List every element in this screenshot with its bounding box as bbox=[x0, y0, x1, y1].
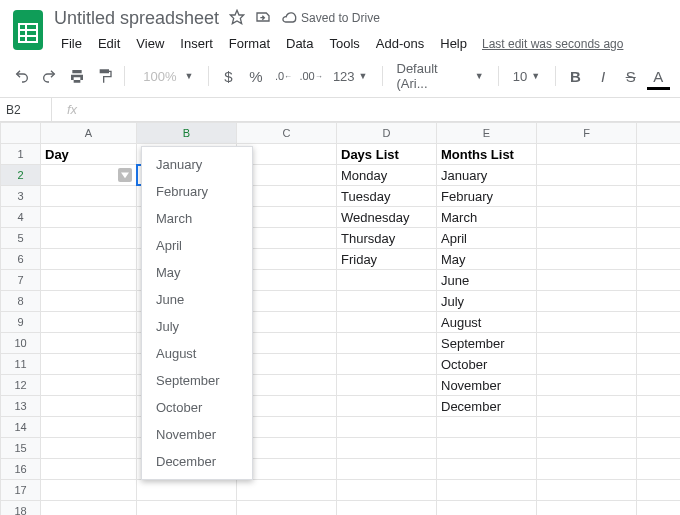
cell-B18[interactable] bbox=[137, 501, 237, 516]
cell-D6[interactable]: Friday bbox=[337, 249, 437, 270]
cell-E7[interactable]: June bbox=[437, 270, 537, 291]
dropdown-item[interactable]: November bbox=[142, 421, 252, 448]
cell-D18[interactable] bbox=[337, 501, 437, 516]
dropdown-item[interactable]: December bbox=[142, 448, 252, 475]
redo-button[interactable] bbox=[38, 64, 62, 88]
row-header-15[interactable]: 15 bbox=[1, 438, 41, 459]
cell-F8[interactable] bbox=[537, 291, 637, 312]
more-formats-combo[interactable]: 123▼ bbox=[327, 69, 374, 84]
cell-G2[interactable] bbox=[637, 165, 681, 186]
cloud-saved[interactable]: Saved to Drive bbox=[281, 10, 380, 26]
row-header-13[interactable]: 13 bbox=[1, 396, 41, 417]
cell-G12[interactable] bbox=[637, 375, 681, 396]
data-validation-arrow-icon[interactable] bbox=[118, 168, 132, 182]
cell-D4[interactable]: Wednesday bbox=[337, 207, 437, 228]
row-header-17[interactable]: 17 bbox=[1, 480, 41, 501]
cell-G7[interactable] bbox=[637, 270, 681, 291]
row-header-11[interactable]: 11 bbox=[1, 354, 41, 375]
row-header-5[interactable]: 5 bbox=[1, 228, 41, 249]
cell-G13[interactable] bbox=[637, 396, 681, 417]
row-header-10[interactable]: 10 bbox=[1, 333, 41, 354]
cell-E15[interactable] bbox=[437, 438, 537, 459]
cell-E13[interactable]: December bbox=[437, 396, 537, 417]
dropdown-item[interactable]: May bbox=[142, 259, 252, 286]
cell-A11[interactable] bbox=[41, 354, 137, 375]
menu-tools[interactable]: Tools bbox=[322, 32, 366, 55]
row-header-16[interactable]: 16 bbox=[1, 459, 41, 480]
cell-G5[interactable] bbox=[637, 228, 681, 249]
cell-F5[interactable] bbox=[537, 228, 637, 249]
row-header-9[interactable]: 9 bbox=[1, 312, 41, 333]
cell-A9[interactable] bbox=[41, 312, 137, 333]
cell-F17[interactable] bbox=[537, 480, 637, 501]
format-currency-button[interactable]: $ bbox=[217, 64, 241, 88]
cell-A17[interactable] bbox=[41, 480, 137, 501]
cell-G17[interactable] bbox=[637, 480, 681, 501]
cell-E12[interactable]: November bbox=[437, 375, 537, 396]
cell-F14[interactable] bbox=[537, 417, 637, 438]
cell-E3[interactable]: February bbox=[437, 186, 537, 207]
menu-view[interactable]: View bbox=[129, 32, 171, 55]
font-size-combo[interactable]: 10▼ bbox=[507, 69, 547, 84]
col-header-E[interactable]: E bbox=[437, 123, 537, 144]
cell-F1[interactable] bbox=[537, 144, 637, 165]
col-header-B[interactable]: B bbox=[137, 123, 237, 144]
cell-E11[interactable]: October bbox=[437, 354, 537, 375]
data-validation-dropdown[interactable]: JanuaryFebruaryMarchAprilMayJuneJulyAugu… bbox=[141, 146, 253, 480]
cell-A5[interactable] bbox=[41, 228, 137, 249]
cell-F6[interactable] bbox=[537, 249, 637, 270]
cell-E9[interactable]: August bbox=[437, 312, 537, 333]
cell-F11[interactable] bbox=[537, 354, 637, 375]
dropdown-item[interactable]: April bbox=[142, 232, 252, 259]
cell-D17[interactable] bbox=[337, 480, 437, 501]
cell-A7[interactable] bbox=[41, 270, 137, 291]
col-header-A[interactable]: A bbox=[41, 123, 137, 144]
cell-G1[interactable] bbox=[637, 144, 681, 165]
row-header-1[interactable]: 1 bbox=[1, 144, 41, 165]
name-box[interactable]: B2 bbox=[0, 98, 52, 121]
dropdown-item[interactable]: September bbox=[142, 367, 252, 394]
cell-D7[interactable] bbox=[337, 270, 437, 291]
cell-F15[interactable] bbox=[537, 438, 637, 459]
cell-A1[interactable]: Day bbox=[41, 144, 137, 165]
cell-A6[interactable] bbox=[41, 249, 137, 270]
col-header-F[interactable]: F bbox=[537, 123, 637, 144]
cell-A15[interactable] bbox=[41, 438, 137, 459]
cell-G18[interactable] bbox=[637, 501, 681, 516]
cell-F4[interactable] bbox=[537, 207, 637, 228]
cell-G6[interactable] bbox=[637, 249, 681, 270]
row-header-8[interactable]: 8 bbox=[1, 291, 41, 312]
cell-D9[interactable] bbox=[337, 312, 437, 333]
cell-D16[interactable] bbox=[337, 459, 437, 480]
cell-E2[interactable]: January bbox=[437, 165, 537, 186]
cell-A4[interactable] bbox=[41, 207, 137, 228]
cell-G16[interactable] bbox=[637, 459, 681, 480]
cell-G8[interactable] bbox=[637, 291, 681, 312]
star-icon[interactable] bbox=[229, 9, 245, 28]
cell-E18[interactable] bbox=[437, 501, 537, 516]
dropdown-item[interactable]: July bbox=[142, 313, 252, 340]
cell-E8[interactable]: July bbox=[437, 291, 537, 312]
cell-A18[interactable] bbox=[41, 501, 137, 516]
cell-F2[interactable] bbox=[537, 165, 637, 186]
cell-A16[interactable] bbox=[41, 459, 137, 480]
cell-G11[interactable] bbox=[637, 354, 681, 375]
cell-G9[interactable] bbox=[637, 312, 681, 333]
undo-button[interactable] bbox=[10, 64, 34, 88]
move-icon[interactable] bbox=[255, 9, 271, 28]
cell-B17[interactable] bbox=[137, 480, 237, 501]
format-percent-button[interactable]: % bbox=[244, 64, 268, 88]
row-header-6[interactable]: 6 bbox=[1, 249, 41, 270]
row-header-7[interactable]: 7 bbox=[1, 270, 41, 291]
decrease-decimal-button[interactable]: .0← bbox=[272, 64, 296, 88]
cell-G15[interactable] bbox=[637, 438, 681, 459]
cell-D11[interactable] bbox=[337, 354, 437, 375]
cell-E4[interactable]: March bbox=[437, 207, 537, 228]
cell-G3[interactable] bbox=[637, 186, 681, 207]
row-header-4[interactable]: 4 bbox=[1, 207, 41, 228]
row-header-18[interactable]: 18 bbox=[1, 501, 41, 516]
cell-C18[interactable] bbox=[237, 501, 337, 516]
cell-A13[interactable] bbox=[41, 396, 137, 417]
print-button[interactable] bbox=[65, 64, 89, 88]
cell-A10[interactable] bbox=[41, 333, 137, 354]
